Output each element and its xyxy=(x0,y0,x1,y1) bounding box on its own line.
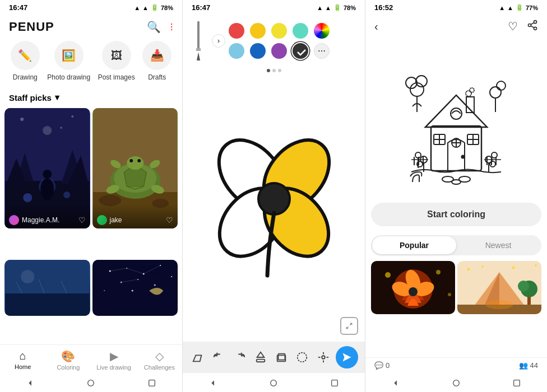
tab-newest[interactable]: Newest xyxy=(456,236,540,254)
fill-tool[interactable] xyxy=(252,349,269,366)
section-label: Staff picks xyxy=(9,93,52,102)
select-tool[interactable] xyxy=(294,349,310,366)
nav-challenges[interactable]: ◇ Challenges xyxy=(137,349,182,371)
time-1: 16:47 xyxy=(9,3,27,12)
drafts-icon-btn[interactable]: 📥 xyxy=(142,41,171,70)
dropdown-icon[interactable]: ▾ xyxy=(55,92,59,102)
thumbnail-1[interactable] xyxy=(371,261,455,314)
color-light-yellow[interactable] xyxy=(271,23,287,39)
back-btn-2[interactable] xyxy=(207,377,219,389)
undo-tool[interactable] xyxy=(210,349,227,366)
color-red[interactable] xyxy=(229,23,244,39)
like-icon-1[interactable]: ♡ xyxy=(78,216,86,225)
back-icon[interactable]: ‹ xyxy=(374,20,378,33)
redo-tool[interactable] xyxy=(231,349,248,366)
status-bar-2: 16:47 ▲ ▲ 🔋 78% xyxy=(183,0,365,15)
shares-count: 44 xyxy=(530,361,538,370)
grid-item-2[interactable]: jake ♡ xyxy=(92,108,178,228)
palette-expand-btn[interactable]: › xyxy=(212,34,225,48)
page-dot-1[interactable] xyxy=(267,69,270,72)
transform-tool[interactable] xyxy=(315,349,332,366)
recents-btn-1[interactable] xyxy=(146,377,157,389)
color-yellow[interactable] xyxy=(250,23,266,39)
svg-point-14 xyxy=(43,170,52,179)
live-nav-icon: ▶ xyxy=(110,349,118,363)
svg-point-135 xyxy=(448,293,451,296)
drawing-icon-btn[interactable]: ✏️ xyxy=(11,41,40,70)
color-dark-blue[interactable] xyxy=(250,43,266,59)
svg-point-1 xyxy=(43,126,52,135)
quick-item-drawing[interactable]: ✏️ Drawing xyxy=(11,41,40,81)
thumbnail-2[interactable] xyxy=(457,261,541,314)
grid-item-4[interactable] xyxy=(92,260,178,316)
grid-item-3[interactable] xyxy=(4,260,90,316)
back-btn-3[interactable] xyxy=(390,377,401,389)
svg-point-45 xyxy=(104,290,105,291)
home-panel: 16:47 ▲ ▲ 🔋 78% PENUP 🔍 ⁝ ✏️ Drawing 🖼️ … xyxy=(0,0,183,392)
color-rainbow[interactable] xyxy=(314,23,330,39)
heart-icon[interactable]: ♡ xyxy=(508,20,518,34)
color-more[interactable]: ⋯ xyxy=(314,43,330,59)
photo-drawing-icon-btn[interactable]: 🖼️ xyxy=(54,41,84,70)
grid-caption-2: jake ♡ xyxy=(92,204,178,228)
svg-point-12 xyxy=(63,192,70,198)
svg-marker-65 xyxy=(257,352,264,357)
color-palette: ⋯ xyxy=(229,21,359,61)
back-btn-1[interactable] xyxy=(25,377,36,389)
start-coloring-button[interactable]: Start coloring xyxy=(371,203,541,226)
tab-popular[interactable]: Popular xyxy=(372,236,456,254)
home-btn-2[interactable] xyxy=(268,377,279,389)
svg-line-82 xyxy=(531,26,534,27)
bottom-nav: ⌂ Home 🎨 Coloring ▶ Live drawing ◇ Chall… xyxy=(0,344,182,373)
nav-challenges-label: Challenges xyxy=(144,364,175,371)
svg-point-46 xyxy=(131,290,133,291)
search-icon[interactable]: 🔍 xyxy=(147,20,161,34)
color-black[interactable] xyxy=(293,43,308,59)
svg-marker-75 xyxy=(342,353,351,362)
coloring-panel: 16:52 ▲ ▲ 🔋 77% ‹ ♡ xyxy=(365,0,547,392)
svg-marker-76 xyxy=(211,380,214,385)
recents-btn-2[interactable] xyxy=(329,377,340,389)
post-images-icon-btn[interactable]: 🖼 xyxy=(102,41,131,70)
expand-btn[interactable] xyxy=(340,317,358,335)
recents-btn-3[interactable] xyxy=(511,377,522,389)
home-btn-1[interactable] xyxy=(85,377,96,389)
color-purple[interactable] xyxy=(271,43,287,59)
page-dot-3[interactable] xyxy=(278,69,281,72)
svg-point-24 xyxy=(129,159,133,162)
grid-item-1[interactable]: Maggie.A.M. ♡ xyxy=(4,108,90,228)
color-light-blue[interactable] xyxy=(229,43,244,59)
svg-marker-64 xyxy=(193,355,202,361)
thumb2-art xyxy=(457,261,541,314)
send-button[interactable] xyxy=(336,346,358,368)
quick-item-photo[interactable]: 🖼️ Photo drawing xyxy=(47,41,90,81)
home-nav-icon: ⌂ xyxy=(20,349,26,362)
avatar-2 xyxy=(97,215,107,225)
page-dot-2[interactable] xyxy=(272,69,276,72)
time-3: 16:52 xyxy=(374,3,393,12)
like-icon-2[interactable]: ♡ xyxy=(166,216,173,225)
nav-live[interactable]: ▶ Live drawing xyxy=(91,349,137,371)
status-icons-3: ▲ ▲ 🔋 77% xyxy=(499,4,538,11)
layers-tool[interactable] xyxy=(273,349,290,366)
svg-marker-55 xyxy=(197,52,200,60)
more-icon[interactable]: ⁝ xyxy=(170,20,173,34)
nav-coloring[interactable]: 🎨 Coloring xyxy=(45,349,91,371)
nav-home[interactable]: ⌂ Home xyxy=(0,349,45,371)
home-btn-3[interactable] xyxy=(451,377,462,389)
drawing-canvas[interactable] xyxy=(183,74,365,342)
color-teal[interactable] xyxy=(293,23,308,39)
battery-text-1: 78% xyxy=(161,4,173,11)
quick-item-post[interactable]: 🖼 Post images xyxy=(98,41,135,81)
shares-stat: 👥 44 xyxy=(519,361,538,370)
svg-point-13 xyxy=(40,178,54,200)
signal-icon-2: ▲ xyxy=(317,4,323,11)
flower-drawing xyxy=(201,119,347,298)
quick-item-drafts[interactable]: 📥 Drafts xyxy=(142,41,171,81)
status-icons-1: ▲ ▲ 🔋 78% xyxy=(134,4,173,11)
svg-rect-54 xyxy=(197,21,200,49)
eraser-tool[interactable] xyxy=(189,349,206,366)
status-bar-3: 16:52 ▲ ▲ 🔋 77% xyxy=(365,0,547,15)
share-icon[interactable] xyxy=(527,20,538,34)
comment-icon: 💬 xyxy=(374,361,383,370)
